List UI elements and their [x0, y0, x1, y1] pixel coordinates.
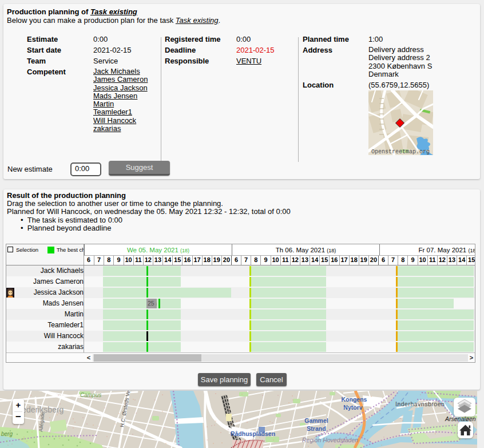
svg-text:berg: berg — [1, 431, 13, 437]
svg-text:Nytorv: Nytorv — [343, 404, 362, 411]
svg-text:Gammel: Gammel — [304, 417, 328, 424]
svg-text:Openstreetmap.org: Openstreetmap.org — [371, 149, 430, 155]
svg-text:Inderhavnsbroen: Inderhavnsbroen — [395, 401, 445, 407]
svg-text:Strand: Strand — [307, 425, 326, 432]
svg-text:Campus: Campus — [80, 392, 101, 398]
svg-text:Kongens: Kongens — [342, 396, 367, 403]
svg-text:Rådhuspladsen: Rådhuspladsen — [231, 430, 275, 437]
svg-text:Region Hovedstaden: Region Hovedstaden — [302, 437, 358, 443]
